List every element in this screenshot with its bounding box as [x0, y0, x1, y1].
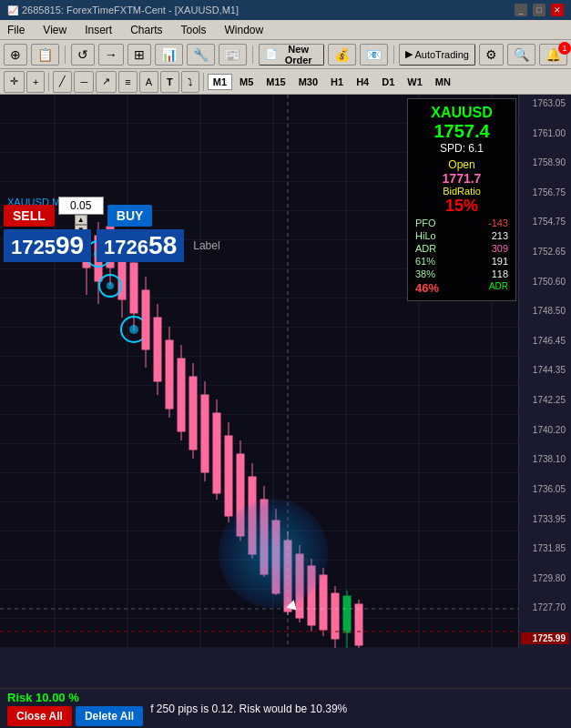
price-1742: 1742.25 [521, 395, 569, 405]
delete-all-button[interactable]: Delete All [76, 706, 143, 726]
toolbar-btn-11[interactable]: ⚙ [479, 44, 504, 66]
current-price-label: 1725.99 [521, 632, 569, 644]
toolbar-btn-8[interactable]: 📰 [219, 44, 247, 66]
sell-price-whole: 1725 [11, 236, 56, 258]
buy-price-frac: 58 [148, 231, 177, 259]
trendline-tool[interactable]: ↗ [96, 71, 117, 93]
chart-container: XAUUSD,M1 SELL ▲ ▼ BUY 172599 172658 Lab… [0, 95, 571, 648]
price-1758: 1758.90 [521, 157, 569, 167]
arrow-tool[interactable]: ⤵ [181, 71, 199, 93]
price-1763: 1763.05 [521, 98, 569, 108]
close-all-button[interactable]: Close All [7, 706, 72, 726]
crosshair-tool[interactable]: + [26, 71, 45, 93]
label-tool[interactable]: T [160, 71, 179, 93]
status-message: f 250 pips is 0.12. Risk would be 10.39% [150, 703, 564, 715]
menu-tools[interactable]: Tools [178, 22, 210, 38]
sell-price-box: 172599 [4, 229, 91, 262]
text-tool[interactable]: A [139, 71, 158, 93]
hilo-label: HiLo [415, 230, 436, 241]
tf-w1[interactable]: W1 [402, 74, 428, 90]
price-1736: 1736.05 [521, 484, 569, 494]
pct38-value: 118 [492, 268, 508, 279]
tf-mn[interactable]: MN [430, 74, 456, 90]
menu-window[interactable]: Window [221, 22, 268, 38]
price-1740: 1740.20 [521, 425, 569, 435]
sell-button[interactable]: SELL [4, 205, 55, 227]
tf-d1[interactable]: D1 [376, 74, 400, 90]
svg-rect-38 [213, 413, 220, 493]
info-bid-label: BidRatio [415, 186, 508, 197]
pct46-value: ADR [489, 281, 508, 295]
toolbar-btn-2[interactable]: 📋 [31, 44, 59, 66]
buy-button[interactable]: BUY [107, 205, 153, 227]
price-1729: 1729.80 [521, 573, 569, 583]
info-spd: SPD: 6.1 [415, 142, 508, 155]
svg-rect-62 [355, 604, 362, 645]
adr-value: 309 [492, 243, 508, 254]
risk-text: Risk 10.00 % [7, 691, 143, 704]
toolbar-btn-10[interactable]: 📧 [360, 44, 388, 66]
info-price: 1757.4 [415, 121, 508, 142]
tf-h4[interactable]: H4 [351, 74, 374, 90]
fib-tool[interactable]: ≡ [118, 71, 137, 93]
new-order-button[interactable]: 📄 New Order [259, 44, 324, 66]
price-1738: 1738.10 [521, 454, 569, 464]
svg-rect-40 [225, 436, 232, 516]
info-row-38: 38% 118 [415, 268, 508, 279]
svg-rect-28 [154, 318, 161, 381]
menu-view[interactable]: View [39, 22, 70, 38]
menu-bar: File View Insert Charts Tools Window [0, 20, 571, 40]
menu-charts[interactable]: Charts [127, 22, 166, 38]
pfo-label: PFO [415, 217, 436, 228]
svg-point-24 [129, 325, 138, 334]
buy-price-whole: 1726 [104, 236, 148, 258]
sell-price-frac: 99 [56, 231, 84, 259]
toolbar-btn-4[interactable]: → [98, 44, 124, 66]
pct61-label: 61% [415, 256, 435, 267]
cursor-tool[interactable]: ✛ [4, 71, 25, 93]
auto-trading-button[interactable]: ▶ AutoTrading [399, 44, 475, 66]
price-1746: 1746.45 [521, 336, 569, 346]
lot-size-input[interactable] [58, 197, 104, 215]
tf-m15[interactable]: M15 [260, 74, 291, 90]
window-title: 2685815: ForexTimeFXTM-Cent - [XAUUSD,M1… [22, 5, 239, 15]
toolbar-btn-1[interactable]: ⊕ [4, 44, 27, 66]
menu-file[interactable]: File [4, 22, 28, 38]
tf-h1[interactable]: H1 [325, 74, 349, 90]
buy-price-box: 172658 [97, 229, 184, 262]
menu-insert[interactable]: Insert [81, 22, 116, 38]
order-label: Label [193, 239, 219, 252]
toolbar-btn-7[interactable]: 🔧 [187, 44, 215, 66]
info-row-61: 61% 191 [415, 256, 508, 267]
info-panel: XAUUSD 1757.4 SPD: 6.1 Open 1771.7 BidRa… [407, 98, 516, 301]
svg-rect-36 [201, 395, 209, 472]
svg-rect-32 [178, 359, 185, 431]
auto-trading-icon: ▶ [405, 48, 413, 60]
toolbar-btn-6[interactable]: 📊 [155, 44, 183, 66]
info-bid-value: 15% [415, 197, 508, 216]
price-1756: 1756.75 [521, 187, 569, 197]
price-1754: 1754.75 [521, 217, 569, 227]
tf-m1[interactable]: M1 [208, 74, 232, 90]
price-1748: 1748.50 [521, 306, 569, 316]
price-1761: 1761.00 [521, 128, 569, 138]
close-button[interactable]: ✕ [551, 4, 564, 16]
separator-4 [48, 73, 49, 91]
price-1731: 1731.85 [521, 543, 569, 553]
toolbar-btn-12[interactable]: 🔍 [507, 44, 535, 66]
lot-increase-button[interactable]: ▲ [75, 215, 87, 225]
svg-rect-22 [130, 263, 138, 313]
line-tool[interactable]: ╱ [53, 71, 72, 93]
tf-m30[interactable]: M30 [293, 74, 323, 90]
toolbar-btn-3[interactable]: ↺ [71, 44, 95, 66]
toolbar-btn-9[interactable]: 💰 [328, 44, 356, 66]
svg-rect-30 [166, 340, 173, 409]
maximize-button[interactable]: □ [533, 4, 546, 16]
minimize-button[interactable]: _ [515, 4, 527, 16]
toolbar-btn-5[interactable]: ⊞ [127, 44, 151, 66]
hline-tool[interactable]: ─ [74, 71, 94, 93]
circle-indicator [219, 499, 328, 608]
info-open-value: 1771.7 [415, 171, 508, 186]
tf-m5[interactable]: M5 [234, 74, 259, 90]
svg-point-20 [107, 282, 114, 289]
